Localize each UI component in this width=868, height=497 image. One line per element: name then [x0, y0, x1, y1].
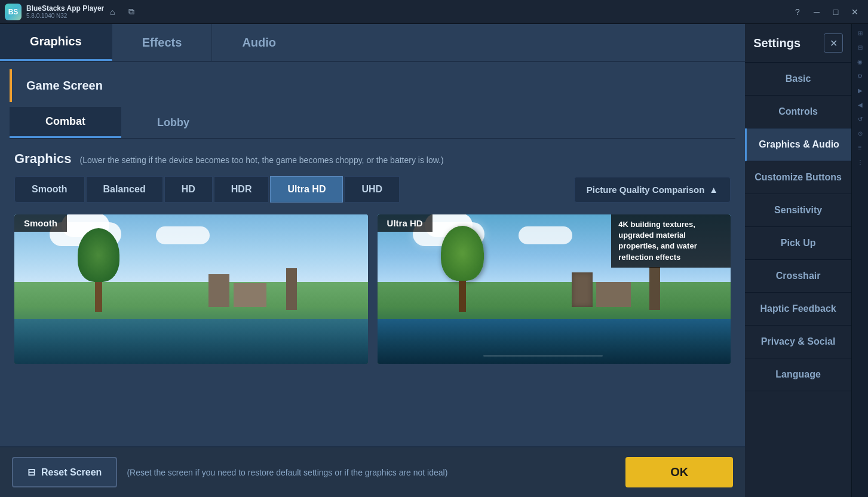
side-icon-10[interactable]: ⋮ [854, 155, 867, 168]
sidebar-item-sensitivity[interactable]: Sensitivity [745, 194, 851, 227]
picture-quality-comparison-button[interactable]: Picture Quality Comparison ▲ [574, 177, 731, 203]
bottom-bar: ⊟ Reset Screen (Reset the screen if you … [0, 446, 745, 497]
comparison-smooth: Smooth [14, 214, 368, 364]
right-panel: Settings ✕ Basic Controls Graphics & Aud… [745, 24, 868, 497]
section-header: Game Screen [10, 69, 735, 102]
tab-audio[interactable]: Audio [212, 24, 306, 61]
smooth-screenshot [14, 214, 368, 364]
sidebar-item-crosshair[interactable]: Crosshair [745, 260, 851, 293]
ok-button[interactable]: OK [625, 457, 733, 487]
app-title-text: BlueStacks App Player 5.8.0.1040 N32 [26, 4, 104, 19]
nav-home-button[interactable]: ⌂ [104, 4, 121, 20]
sidebar-item-customize-buttons[interactable]: Customize Buttons [745, 161, 851, 194]
side-icons-strip: ⊞ ⊟ ◉ ⚙ ▶ ◀ ↺ ⊙ ≡ ⋮ [851, 24, 868, 497]
nav-multi-button[interactable]: ⧉ [123, 4, 140, 20]
sidebar-item-haptic-feedback[interactable]: Haptic Feedback [745, 293, 851, 326]
help-button[interactable]: ? [789, 4, 806, 20]
sidebar-item-graphics-audio[interactable]: Graphics & Audio [745, 128, 851, 161]
quality-smooth-button[interactable]: Smooth [14, 176, 85, 203]
tab-graphics[interactable]: Graphics [0, 24, 112, 61]
tab-effects[interactable]: Effects [112, 24, 213, 61]
side-icon-3[interactable]: ◉ [854, 55, 867, 68]
reset-note: (Reset the screen if you need to restore… [127, 468, 616, 477]
right-panel-main: Settings ✕ Basic Controls Graphics & Aud… [745, 24, 851, 497]
sidebar-item-basic[interactable]: Basic [745, 63, 851, 96]
side-icon-8[interactable]: ⊙ [854, 127, 867, 140]
sidebar-item-privacy-social[interactable]: Privacy & Social [745, 326, 851, 358]
graphics-title: Graphics (Lower the setting if the devic… [14, 151, 731, 167]
reset-icon: ⊟ [27, 467, 35, 478]
side-icon-7[interactable]: ↺ [854, 112, 867, 125]
comparison-ultrahd-description: 4K building textures, upgraded material … [611, 214, 731, 268]
chevron-up-icon: ▲ [709, 185, 718, 195]
comparison-smooth-label: Smooth [14, 214, 67, 232]
sub-tab-combat[interactable]: Combat [10, 107, 121, 138]
sidebar-item-pick-up[interactable]: Pick Up [745, 227, 851, 260]
quality-uhd-button[interactable]: UHD [344, 176, 400, 203]
quality-balanced-button[interactable]: Balanced [86, 176, 163, 203]
settings-panel: Graphics Effects Audio Game Screen Comba… [0, 24, 745, 497]
comparison-ultrahd: Ultra HD 4K building textures, upgraded … [378, 214, 731, 364]
main-container: Graphics Effects Audio Game Screen Comba… [0, 24, 868, 497]
side-icon-2[interactable]: ⊟ [854, 41, 867, 54]
game-screen-label: Game Screen [26, 79, 103, 92]
sub-tab-lobby[interactable]: Lobby [121, 107, 225, 138]
comparison-row: Smooth [14, 214, 731, 364]
tabs-row: Graphics Effects Audio [0, 24, 745, 62]
quality-hdr-button[interactable]: HDR [214, 176, 269, 203]
minimize-button[interactable]: ─ [808, 4, 825, 20]
quality-row: Smooth Balanced HD HDR Ultra HD UHD Pict… [14, 176, 731, 203]
sidebar-item-language[interactable]: Language [745, 358, 851, 391]
settings-title: Settings [753, 36, 800, 50]
side-icon-4[interactable]: ⚙ [854, 69, 867, 82]
title-bar-nav: ⌂ ⧉ [104, 4, 140, 20]
side-icon-6[interactable]: ◀ [854, 98, 867, 111]
sidebar-item-controls[interactable]: Controls [745, 96, 851, 128]
side-icon-5[interactable]: ▶ [854, 84, 867, 97]
side-icon-1[interactable]: ⊞ [854, 26, 867, 39]
quality-ultrahd-button[interactable]: Ultra HD [270, 176, 343, 203]
graphics-subtitle: (Lower the setting if the device becomes… [80, 155, 444, 165]
settings-header: Settings ✕ [745, 24, 851, 63]
reset-screen-button[interactable]: ⊟ Reset Screen [12, 457, 117, 487]
content-area: Graphics (Lower the setting if the devic… [0, 139, 745, 446]
sub-tabs-row: Combat Lobby [10, 107, 735, 139]
app-logo: BS [5, 4, 22, 20]
title-bar-controls: ? ─ □ ✕ [789, 4, 863, 20]
sidebar-nav: Basic Controls Graphics & Audio Customiz… [745, 63, 851, 497]
restore-button[interactable]: □ [827, 4, 844, 20]
comparison-ultrahd-label: Ultra HD [378, 214, 433, 232]
title-bar: BS BlueStacks App Player 5.8.0.1040 N32 … [0, 0, 868, 24]
settings-close-button[interactable]: ✕ [824, 33, 843, 53]
side-icon-9[interactable]: ≡ [854, 141, 867, 154]
quality-hd-button[interactable]: HD [164, 176, 213, 203]
close-button[interactable]: ✕ [846, 4, 863, 20]
